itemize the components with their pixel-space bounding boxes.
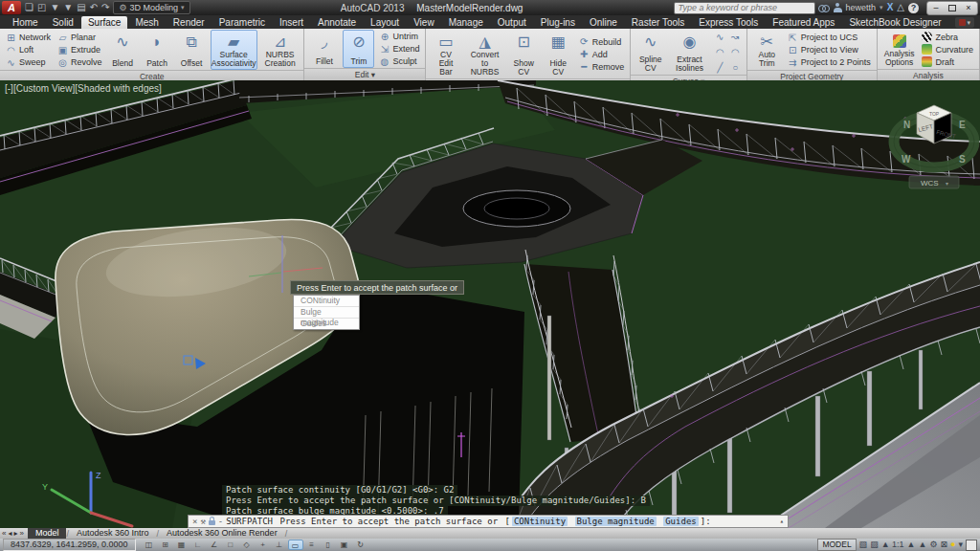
- spline-knot-button[interactable]: ∿: [713, 30, 727, 44]
- open-button[interactable]: ◰: [37, 1, 46, 14]
- wcs-label[interactable]: WCS: [921, 179, 939, 187]
- compass-e[interactable]: E: [959, 120, 966, 130]
- last-layout-button[interactable]: »: [19, 529, 23, 538]
- toggle-object-snap[interactable]: □: [223, 540, 238, 550]
- command-prompt[interactable]: SURFPATCH Press Enter to accept the patc…: [226, 517, 710, 526]
- command-close-icon[interactable]: ×: [192, 516, 197, 527]
- ribbon-tab-solid[interactable]: Solid: [46, 16, 80, 29]
- extrude-button[interactable]: ▣Extrude: [56, 44, 104, 55]
- clean-screen-button[interactable]: [966, 540, 977, 551]
- prompt-option-continuity[interactable]: CONtinuity: [294, 296, 359, 306]
- toggle-3d-object-snap[interactable]: ◇: [239, 540, 255, 550]
- undo-button[interactable]: ↶: [90, 1, 98, 14]
- auto-annotation-scale-button[interactable]: ▲: [918, 540, 926, 550]
- user-menu-chevron-icon[interactable]: ▾: [880, 4, 883, 11]
- view-control[interactable]: [Custom View]: [13, 83, 75, 94]
- blend-curve-button[interactable]: ↝: [728, 30, 743, 44]
- save-as-button[interactable]: ▼: [63, 1, 73, 14]
- coordinate-display[interactable]: 8437.6329, 1641.2959, 0.0000: [3, 539, 136, 551]
- application-menu-button[interactable]: A: [2, 1, 21, 14]
- toggle-snap-mode[interactable]: ⊞: [158, 540, 173, 550]
- command-option-guides[interactable]: Guides: [663, 517, 699, 526]
- zebra-button[interactable]: ◑Zebra: [920, 32, 975, 43]
- cv-edit-bar-button[interactable]: ▭CV Edit Bar: [430, 30, 461, 78]
- signed-in-user[interactable]: hewetth: [846, 3, 877, 12]
- ribbon-tab-featured-apps[interactable]: Featured Apps: [766, 16, 841, 29]
- ribbon-tab-mesh[interactable]: Mesh: [128, 16, 165, 29]
- offset-button[interactable]: ⧉Offset: [176, 30, 208, 70]
- panel-label-edit[interactable]: Edit ▾: [304, 68, 425, 80]
- ribbon-tab-insert[interactable]: Insert: [273, 16, 310, 29]
- command-recent-icon[interactable]: ▴: [780, 518, 784, 525]
- remove-button[interactable]: ━Remove: [577, 61, 627, 73]
- compass-w[interactable]: W: [902, 154, 911, 165]
- sweep-button[interactable]: ∿Sweep: [4, 56, 53, 68]
- search-input[interactable]: [674, 2, 815, 14]
- command-line[interactable]: × ⚒ - SURFPATCH Press Enter to accept th…: [188, 515, 789, 528]
- ribbon-tab-layout[interactable]: Layout: [364, 16, 406, 29]
- trim-button[interactable]: ⊘Trim: [343, 30, 374, 68]
- workspace-selector[interactable]: ⚙ 3D Modeling ▾: [113, 1, 189, 14]
- convert-to-nurbs-button[interactable]: ◮Convert to NURBS: [464, 30, 504, 78]
- sculpt-button[interactable]: ◍Sculpt: [377, 55, 421, 67]
- ribbon-tab-raster-tools[interactable]: Raster Tools: [625, 16, 691, 29]
- auto-trim-button[interactable]: ✂Auto Trim: [751, 30, 783, 70]
- layout-tab-model[interactable]: Model: [28, 528, 67, 539]
- ribbon-tab-home[interactable]: Home: [6, 16, 45, 29]
- arc-button[interactable]: ◠: [728, 45, 743, 59]
- help-icon[interactable]: ?: [908, 3, 919, 13]
- blend-button[interactable]: ∿Blend: [107, 30, 139, 70]
- loft-button[interactable]: ◠Loft: [4, 44, 53, 55]
- redo-button[interactable]: ↷: [101, 1, 109, 14]
- draft-button[interactable]: ◒Draft: [920, 56, 975, 68]
- save-button[interactable]: ▼: [50, 1, 59, 14]
- extend-button[interactable]: ⇲Extend: [377, 43, 421, 55]
- nurbs-creation-button[interactable]: ⊿NURBS Creation: [260, 30, 301, 70]
- toggle-polar-tracking[interactable]: ∠: [207, 540, 222, 550]
- curvature-button[interactable]: ◓Curvature: [920, 44, 975, 55]
- command-option-continuity[interactable]: CONtinuity: [512, 517, 568, 526]
- toggle-ortho-mode[interactable]: ∟: [190, 540, 206, 550]
- untrim-button[interactable]: ⊕Untrim: [377, 31, 421, 42]
- minimize-button[interactable]: –: [928, 3, 944, 13]
- viewport-menu-control[interactable]: [-]: [5, 83, 13, 94]
- compass-n[interactable]: N: [903, 120, 910, 130]
- toggle-quick-properties[interactable]: ▣: [337, 540, 352, 550]
- toggle-selection-cycling[interactable]: ↻: [353, 540, 368, 550]
- ribbon-tab-express-tools[interactable]: Express Tools: [692, 16, 765, 29]
- circle-button[interactable]: ○: [728, 60, 743, 75]
- toggle-infer-constraints[interactable]: ◫: [142, 540, 157, 550]
- next-layout-button[interactable]: ▸: [13, 529, 17, 538]
- first-layout-button[interactable]: «: [2, 529, 6, 538]
- network-button[interactable]: ⊞Network: [4, 32, 53, 43]
- compass-s[interactable]: S: [959, 154, 966, 165]
- tab-overflow-button[interactable]: ▾: [955, 17, 975, 28]
- ribbon-tab-sketchbook-designer[interactable]: SketchBook Designer: [842, 16, 947, 29]
- annotation-scale-button[interactable]: ▲ 1:1: [881, 540, 904, 550]
- spline-cv-button[interactable]: ∿Spline CV: [635, 30, 666, 75]
- layout-tab-autodesk-360-intro[interactable]: Autodesk 360 Intro: [69, 528, 157, 539]
- model-space-button[interactable]: MODEL: [817, 539, 856, 551]
- analysis-options-button[interactable]: ▤Analysis Options: [881, 30, 918, 69]
- ribbon-tab-online[interactable]: Online: [583, 16, 624, 29]
- show-cv-button[interactable]: ⊡Show CV: [508, 30, 540, 78]
- offset-curve-button[interactable]: ◠: [713, 45, 727, 59]
- revolve-button[interactable]: ◎Revolve: [56, 56, 104, 68]
- project-to-ucs-button[interactable]: ⇱Project to UCS: [786, 32, 873, 43]
- prev-layout-button[interactable]: ◂: [8, 529, 11, 538]
- annotation-visibility-button[interactable]: ▲: [907, 540, 916, 550]
- layout-tab-autodesk-360-online-render[interactable]: Autodesk 360 Online Render: [159, 528, 285, 539]
- add-button[interactable]: ✚Add: [577, 49, 627, 60]
- toggle-transparency[interactable]: ▯: [321, 540, 336, 550]
- ribbon-tab-manage[interactable]: Manage: [442, 16, 490, 29]
- ribbon-tab-render[interactable]: Render: [167, 16, 212, 29]
- status-tray-menu-button[interactable]: ▾: [958, 540, 963, 550]
- rebuild-button[interactable]: ⟳Rebuild: [577, 36, 627, 48]
- command-option-bulge-magnitude[interactable]: Bulge magnitude: [575, 517, 657, 526]
- close-button[interactable]: ×: [961, 3, 976, 13]
- new-button[interactable]: ❏: [25, 1, 33, 14]
- surface-associativity-button[interactable]: ▰Surface Associativity: [211, 30, 257, 70]
- quick-view-drawings-button[interactable]: ▨: [870, 540, 879, 550]
- planar-button[interactable]: ▱Planar: [56, 32, 104, 43]
- ribbon-tab-plug-ins[interactable]: Plug-ins: [534, 16, 582, 29]
